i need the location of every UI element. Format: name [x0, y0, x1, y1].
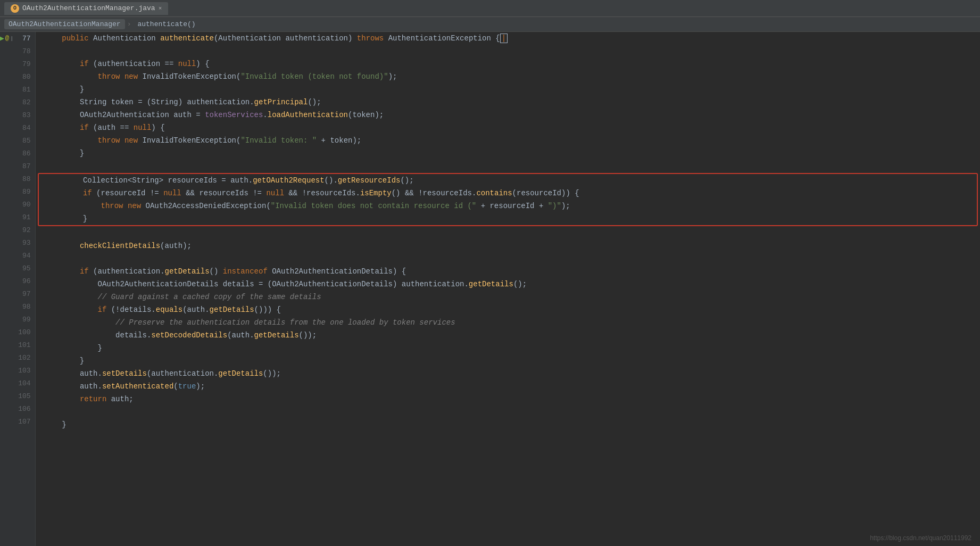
code-line-99: // Preserve the authentication details f…: [36, 316, 980, 329]
run-icon[interactable]: ▶: [0, 34, 4, 43]
line-94: 94: [0, 249, 35, 262]
code-line-104: auth.setAuthenticated(true);: [36, 380, 980, 393]
code-line-107: }: [36, 418, 980, 431]
code-line-92: [36, 227, 980, 239]
line-101: 101: [0, 338, 35, 351]
line-83: 83: [0, 109, 35, 121]
line-79: 79: [0, 57, 35, 70]
code-line-89: if (resourceId != null && resourceIds !=…: [39, 187, 977, 200]
code-line-88: Collection<String> resourceIds = auth.ge…: [39, 174, 977, 187]
bookmark-icon: ❙: [10, 35, 14, 42]
line-84: 84: [0, 121, 35, 134]
code-line-85: throw new InvalidTokenException("Invalid…: [36, 134, 980, 147]
code-line-91: }: [39, 212, 977, 225]
line-90: 90: [0, 198, 35, 211]
outlined-block: Collection<String> resourceIds = auth.ge…: [38, 173, 978, 226]
line-106: 106: [0, 402, 35, 415]
code-line-77: public Authentication authenticate(Authe…: [36, 32, 980, 45]
line-103: 103: [0, 364, 35, 377]
line-81: 81: [0, 83, 35, 96]
code-line-78: [36, 45, 980, 57]
line-88: 88: [0, 172, 35, 185]
line-85: 85: [0, 134, 35, 147]
code-line-98: if (!details.equals(auth.getDetails())) …: [36, 303, 980, 316]
line-107: 107: [0, 415, 35, 428]
line-numbers: ▶ @ ❙ 77 78 79 80 81 82: [0, 32, 36, 546]
watermark: https://blog.csdn.net/quan20111992: [870, 534, 971, 542]
code-line-90: throw new OAuth2AccessDeniedException("I…: [39, 200, 977, 212]
breadcrumb-class[interactable]: OAuth2AuthenticationManager: [4, 19, 125, 29]
code-line-106: [36, 406, 980, 418]
line-95: 95: [0, 262, 35, 275]
line-80: 80: [0, 70, 35, 83]
line-100: 100: [0, 326, 35, 338]
code-content: public Authentication authenticate(Authe…: [36, 32, 980, 546]
code-line-100: details.setDecodedDetails(auth.getDetail…: [36, 329, 980, 342]
code-line-96: OAuth2AuthenticationDetails details = (O…: [36, 278, 980, 291]
code-line-84: if (auth == null) {: [36, 121, 980, 134]
code-line-86: }: [36, 147, 980, 160]
line-97: 97: [0, 287, 35, 300]
annotation-icon: @: [5, 35, 9, 42]
line-77: ▶ @ ❙ 77: [0, 32, 35, 45]
code-line-101: }: [36, 342, 980, 354]
line-98: 98: [0, 300, 35, 313]
breadcrumb-separator: ›: [127, 20, 131, 28]
line-89: 89: [0, 185, 35, 198]
close-icon[interactable]: ×: [159, 5, 162, 12]
line-96: 96: [0, 275, 35, 287]
tab-label: OAuth2AuthenticationManager.java: [22, 4, 155, 12]
line-87: 87: [0, 160, 35, 172]
line-78: 78: [0, 45, 35, 57]
code-line-80: throw new InvalidTokenException("Invalid…: [36, 70, 980, 83]
code-line-79: if (authentication == null) {: [36, 57, 980, 70]
line-93: 93: [0, 236, 35, 249]
code-line-95: if (authentication.getDetails() instance…: [36, 265, 980, 278]
code-area: ▶ @ ❙ 77 78 79 80 81 82: [0, 32, 980, 546]
tab-icon: O: [11, 4, 19, 13]
line-92: 92: [0, 224, 35, 236]
line-82: 82: [0, 96, 35, 109]
code-line-83: OAuth2Authentication auth = tokenService…: [36, 109, 980, 121]
code-line-87: [36, 160, 980, 172]
line-104: 104: [0, 377, 35, 390]
line-91: 91: [0, 211, 35, 224]
code-line-97: // Guard against a cached copy of the sa…: [36, 291, 980, 303]
title-bar: O OAuth2AuthenticationManager.java ×: [0, 0, 980, 17]
breadcrumb-bar: OAuth2AuthenticationManager › authentica…: [0, 17, 980, 32]
code-line-102: }: [36, 354, 980, 367]
code-line-81: }: [36, 83, 980, 96]
code-line-82: String token = (String) authentication.g…: [36, 96, 980, 109]
breadcrumb-method[interactable]: authenticate(): [133, 19, 200, 29]
code-line-94: [36, 252, 980, 265]
code-line-103: auth.setDetails(authentication.getDetail…: [36, 367, 980, 380]
code-line-93: checkClientDetails(auth);: [36, 239, 980, 252]
code-line-105: return auth;: [36, 393, 980, 406]
line-105: 105: [0, 390, 35, 402]
line-102: 102: [0, 351, 35, 364]
line-99: 99: [0, 313, 35, 326]
line-86: 86: [0, 147, 35, 160]
file-tab[interactable]: O OAuth2AuthenticationManager.java ×: [4, 2, 168, 15]
